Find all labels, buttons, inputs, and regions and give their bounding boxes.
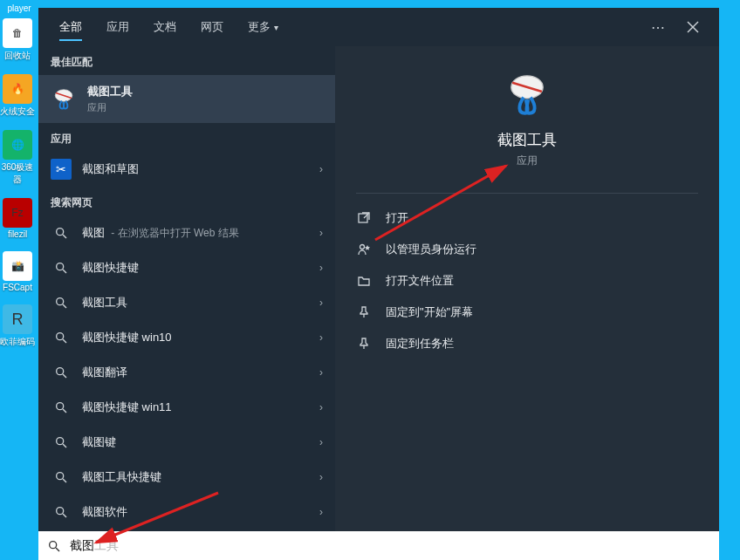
search-icon [51,432,72,453]
svg-line-7 [63,270,66,273]
result-subtitle: 应用 [87,101,323,114]
desktop-icon-label: 欧菲编码 [0,336,35,348]
result-snipping-tool[interactable]: 截图工具 应用 [38,75,335,123]
detail-action-admin[interactable]: 以管理员身份运行 [356,234,698,265]
svg-point-18 [57,473,64,480]
chevron-right-icon: › [319,401,323,413]
desktop-icon[interactable]: 📸FSCapt [0,251,35,292]
web-result-text: 截图软件 [82,505,127,518]
web-result-text: 截图翻译 [82,365,127,379]
web-result-text: 截图 [82,226,105,239]
desktop-icon-label: FSCapt [0,283,35,292]
detail-action-folder[interactable]: 打开文件位置 [356,265,698,297]
pin-start-icon [356,304,372,320]
search-icon [51,327,72,348]
app-icon: 📸 [3,251,32,281]
action-label: 固定到任务栏 [386,336,454,352]
result-snip-sketch[interactable]: ✂ 截图和草图 › [38,152,335,187]
web-search-result[interactable]: 截图键 › [38,425,335,460]
tab-documents[interactable]: 文档 [141,8,188,46]
search-autocomplete-ghost: 工具 [94,538,119,554]
tab-all[interactable]: 全部 [47,8,94,46]
chevron-right-icon: › [319,506,323,518]
web-search-result[interactable]: 截图快捷键 win11 › [38,390,335,425]
tab-web[interactable]: 网页 [188,8,236,46]
svg-line-13 [63,374,66,378]
app-icon: Fz [3,198,32,228]
svg-line-5 [63,235,66,238]
chevron-right-icon: › [319,163,323,175]
detail-action-pin-start[interactable]: 固定到"开始"屏幕 [356,297,698,328]
svg-line-19 [63,479,66,482]
web-result-text: 截图键 [82,435,116,448]
svg-point-20 [57,508,64,515]
desktop-strip: player 🗑回收站🔥火绒安全🌐360极速器Fzfilezil📸FSCaptR… [0,0,38,560]
svg-line-9 [63,304,66,308]
search-icon [51,362,72,383]
svg-rect-24 [359,214,367,222]
search-icon [47,539,61,553]
svg-point-10 [57,333,64,340]
svg-point-27 [50,541,57,548]
svg-line-28 [56,548,59,551]
web-search-result[interactable]: 截图快捷键 › [38,250,335,285]
detail-separator [356,193,698,194]
desktop-icon[interactable]: 🌐360极速器 [0,130,35,186]
close-button[interactable] [675,10,710,44]
pin-task-icon [356,336,372,352]
admin-icon [356,242,372,257]
snipping-tool-icon [51,86,77,113]
chevron-right-icon: › [319,471,323,483]
app-icon: 🗑 [3,18,32,48]
tab-more[interactable]: 更多▾ [236,8,291,46]
web-search-result[interactable]: 截图工具快捷键 › [38,460,335,495]
desktop-icon[interactable]: Fzfilezil [0,198,35,239]
desktop-icon[interactable]: 🔥火绒安全 [0,74,35,118]
search-icon [51,467,72,488]
web-search-result[interactable]: 截图 - 在浏览器中打开 Web 结果 › [38,215,335,250]
desktop-label-player: player [0,3,38,13]
action-label: 打开文件位置 [386,273,454,289]
more-options-button[interactable]: ⋯ [641,10,675,44]
chevron-right-icon: › [319,297,323,309]
detail-action-open[interactable]: 打开 [356,202,698,234]
svg-point-12 [57,368,64,375]
chevron-right-icon: › [319,331,323,344]
section-best-match: 最佳匹配 [38,46,335,75]
web-search-result[interactable]: 截图软件 › [38,495,335,529]
results-list: 最佳匹配 截图工具 应用 应用 ✂ 截图和草图 › 搜索网页 截图 - 在浏览 [38,46,335,531]
desktop-icon[interactable]: R欧菲编码 [0,304,35,348]
open-icon [356,210,372,226]
web-search-result[interactable]: 截图翻译 › [38,355,335,390]
web-search-result[interactable]: 截图快捷键 win10 › [38,320,335,355]
action-label: 以管理员身份运行 [386,242,476,257]
detail-title: 截图工具 [497,130,557,150]
app-icon: 🔥 [3,74,32,104]
snip-sketch-icon: ✂ [51,159,72,180]
svg-point-8 [57,298,64,305]
svg-point-6 [57,263,64,270]
chevron-down-icon: ▾ [274,23,278,32]
taskbar-search-input[interactable]: 截图工具 [38,531,719,560]
web-result-text: 截图工具快捷键 [82,470,161,483]
desktop-icon-label: filezil [0,229,35,239]
desktop-icon[interactable]: 🗑回收站 [0,18,35,62]
svg-point-4 [57,229,64,236]
desktop-icon-label: 360极速器 [0,161,35,186]
tab-apps[interactable]: 应用 [94,8,141,46]
chevron-right-icon: › [319,227,323,239]
chevron-right-icon: › [319,366,323,379]
web-result-suffix: - 在浏览器中打开 Web 结果 [108,227,239,239]
detail-action-pin-task[interactable]: 固定到任务栏 [356,328,698,359]
svg-point-26 [360,245,365,249]
web-search-result[interactable]: 截图工具 › [38,285,335,320]
start-search-panel: 全部 应用 文档 网页 更多▾ ⋯ 最佳匹配 截图工具 应用 应用 ✂ [38,8,719,531]
svg-line-11 [63,339,66,343]
search-tabs: 全部 应用 文档 网页 更多▾ ⋯ [38,8,719,46]
web-result-text: 截图快捷键 win11 [82,400,172,413]
section-apps: 应用 [38,123,335,152]
desktop-icon-label: 回收站 [0,50,35,62]
web-result-text: 截图快捷键 win10 [82,331,172,344]
action-label: 固定到"开始"屏幕 [386,304,473,320]
svg-line-15 [63,409,66,413]
